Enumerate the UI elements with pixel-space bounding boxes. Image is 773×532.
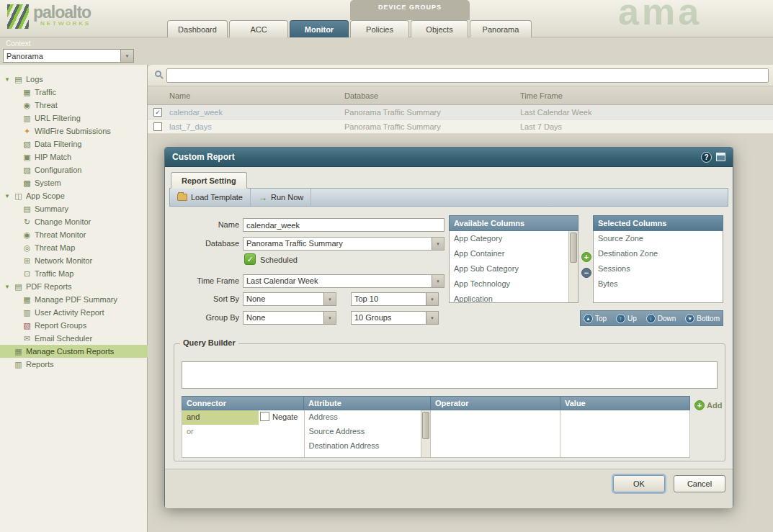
- tab-monitor[interactable]: Monitor: [290, 20, 349, 37]
- sidebar-item-label: Threat Monitor: [35, 230, 86, 239]
- load-template-label: Load Template: [191, 193, 243, 202]
- sidebar-item-report-groups[interactable]: ▧Report Groups: [0, 319, 148, 332]
- add-label: Add: [707, 401, 722, 410]
- selected-columns-panel: Selected Columns Source Zone Destination…: [593, 215, 723, 303]
- cancel-button[interactable]: Cancel: [674, 475, 725, 492]
- scheduled-checkbox[interactable]: ✓: [244, 253, 256, 265]
- sidebar-item-threat-map[interactable]: ◎Threat Map: [0, 241, 148, 254]
- collapse-arrow-icon[interactable]: ▼: [4, 76, 13, 83]
- sidebar-item-data-filtering[interactable]: ▧Data Filtering: [0, 137, 148, 150]
- list-item[interactable]: App Container: [450, 246, 578, 261]
- change-monitor-icon: ↻: [22, 217, 32, 227]
- collapse-arrow-icon[interactable]: ▼: [4, 284, 13, 290]
- move-up-button[interactable]: ↑Up: [616, 314, 637, 323]
- sidebar-item-reports[interactable]: ▥Reports: [0, 358, 148, 371]
- group-by-select[interactable]: None ▼: [243, 311, 336, 325]
- tab-acc[interactable]: ACC: [229, 20, 288, 37]
- sidebar-item-change-monitor[interactable]: ↻Change Monitor: [0, 215, 148, 228]
- sidebar-item-url-filtering[interactable]: ▥URL Filtering: [0, 112, 148, 125]
- collapse-arrow-icon[interactable]: ▼: [4, 193, 13, 199]
- tab-report-setting[interactable]: Report Setting: [171, 172, 247, 189]
- time-frame-value: Last Calendar Week: [243, 275, 432, 287]
- paloalto-logo-icon: [7, 4, 29, 29]
- tab-objects[interactable]: Objects: [411, 20, 468, 37]
- tab-policies[interactable]: Policies: [350, 20, 409, 37]
- ok-button[interactable]: OK: [613, 475, 665, 492]
- sidebar-item-threat-monitor[interactable]: ◉Threat Monitor: [0, 228, 148, 241]
- add-column-icon[interactable]: +: [581, 252, 591, 262]
- tab-dashboard[interactable]: Dashboard: [167, 20, 228, 37]
- load-template-button[interactable]: Load Template: [170, 189, 251, 206]
- query-builder-section: Query Builder Connector Attribute Operat…: [174, 343, 725, 461]
- sidebar-item-manage-pdf-summary[interactable]: ▦Manage PDF Summary: [0, 293, 148, 306]
- sidebar-item-manage-custom-reports[interactable]: ▦Manage Custom Reports: [0, 345, 148, 358]
- list-item[interactable]: Source Zone: [594, 231, 723, 246]
- query-table-body: and or Negate Address Source Address Des…: [182, 410, 690, 458]
- move-bottom-button[interactable]: ▼Bottom: [685, 314, 720, 323]
- sidebar-item-traffic-map[interactable]: ⊡Traffic Map: [0, 267, 148, 280]
- sidebar-item-pdf-reports[interactable]: ▼▤PDF Reports: [0, 280, 148, 293]
- scrollbar[interactable]: [421, 410, 430, 457]
- column-header-database[interactable]: Database: [341, 91, 517, 100]
- minimize-icon[interactable]: [716, 153, 725, 161]
- report-name-link[interactable]: calendar_week: [166, 108, 341, 117]
- sidebar-item-label: Email Scheduler: [35, 334, 92, 343]
- scrollbar-thumb[interactable]: [570, 233, 577, 263]
- column-header-time-frame[interactable]: Time Frame: [517, 91, 773, 100]
- sort-by-limit-select[interactable]: Top 10 ▼: [351, 292, 439, 306]
- row-checkbox[interactable]: ✓: [153, 108, 162, 117]
- column-header-operator: Operator: [431, 396, 560, 410]
- database-select[interactable]: Panorama Traffic Summary ▼: [243, 237, 444, 251]
- move-down-button[interactable]: ↓Down: [646, 314, 676, 323]
- report-name-link[interactable]: last_7_days: [166, 122, 341, 131]
- attribute-option[interactable]: Destination Address: [305, 439, 431, 454]
- list-item[interactable]: Sessions: [594, 261, 723, 276]
- sidebar-item-hip-match[interactable]: ▣HIP Match: [0, 150, 148, 163]
- move-top-button[interactable]: ▲Top: [584, 314, 607, 323]
- sidebar-item-configuration[interactable]: ▨Configuration: [0, 163, 148, 176]
- time-frame-select[interactable]: Last Calendar Week ▼: [243, 274, 444, 288]
- query-textarea[interactable]: [182, 361, 718, 389]
- sidebar-item-threat[interactable]: ◉Threat: [0, 99, 148, 112]
- column-header-name[interactable]: Name: [166, 91, 341, 100]
- sidebar-item-network-monitor[interactable]: ⊞Network Monitor: [0, 254, 148, 267]
- scrollbar[interactable]: [568, 231, 578, 302]
- sort-by-select[interactable]: None ▼: [243, 292, 336, 306]
- scrollbar-thumb[interactable]: [422, 412, 429, 439]
- help-icon[interactable]: ?: [701, 152, 712, 163]
- attribute-option[interactable]: Address: [305, 410, 431, 425]
- sidebar-item-summary[interactable]: ▤Summary: [0, 202, 148, 215]
- sidebar-item-email-scheduler[interactable]: ✉Email Scheduler: [0, 332, 148, 345]
- list-item[interactable]: Bytes: [594, 276, 723, 292]
- available-columns-header: Available Columns: [449, 215, 578, 231]
- sidebar-item-app-scope[interactable]: ▼◫App Scope: [0, 189, 148, 202]
- row-checkbox[interactable]: [153, 122, 162, 131]
- move-up-label: Up: [627, 315, 637, 323]
- search-input[interactable]: [166, 68, 769, 83]
- url-filtering-icon: ▥: [22, 114, 32, 123]
- connector-option-or[interactable]: or: [182, 425, 259, 439]
- name-field[interactable]: [243, 218, 444, 232]
- sidebar-item-user-activity-report[interactable]: ▥User Activity Report: [0, 306, 148, 319]
- negate-checkbox[interactable]: [260, 412, 269, 421]
- context-select[interactable]: Panorama ▼: [3, 49, 134, 63]
- sidebar-item-label: Network Monitor: [35, 256, 92, 265]
- list-item[interactable]: App Technology: [450, 276, 578, 292]
- add-rule-button[interactable]: + Add: [694, 400, 722, 410]
- tab-panorama[interactable]: Panorama: [470, 20, 532, 37]
- list-item[interactable]: App Sub Category: [450, 261, 578, 276]
- list-item[interactable]: App Category: [450, 231, 578, 246]
- sidebar-item-logs[interactable]: ▼▤Logs: [0, 73, 148, 86]
- sidebar-item-traffic[interactable]: ▦Traffic: [0, 86, 148, 99]
- list-item[interactable]: Destination Zone: [594, 246, 723, 261]
- context-label: Context: [6, 40, 30, 48]
- group-by-limit-select[interactable]: 10 Groups ▼: [351, 311, 439, 325]
- attribute-option[interactable]: Source Address: [305, 425, 431, 439]
- list-item[interactable]: Application: [450, 292, 578, 303]
- connector-option-and[interactable]: and: [182, 410, 259, 425]
- sidebar-item-wildfire-submissions[interactable]: ✦WildFire Submissions: [0, 125, 148, 137]
- available-columns-panel: Available Columns App Category App Conta…: [449, 215, 578, 303]
- sidebar-item-system[interactable]: ▩System: [0, 176, 148, 189]
- remove-column-icon[interactable]: −: [581, 268, 591, 278]
- run-now-button[interactable]: → Run Now: [251, 189, 311, 206]
